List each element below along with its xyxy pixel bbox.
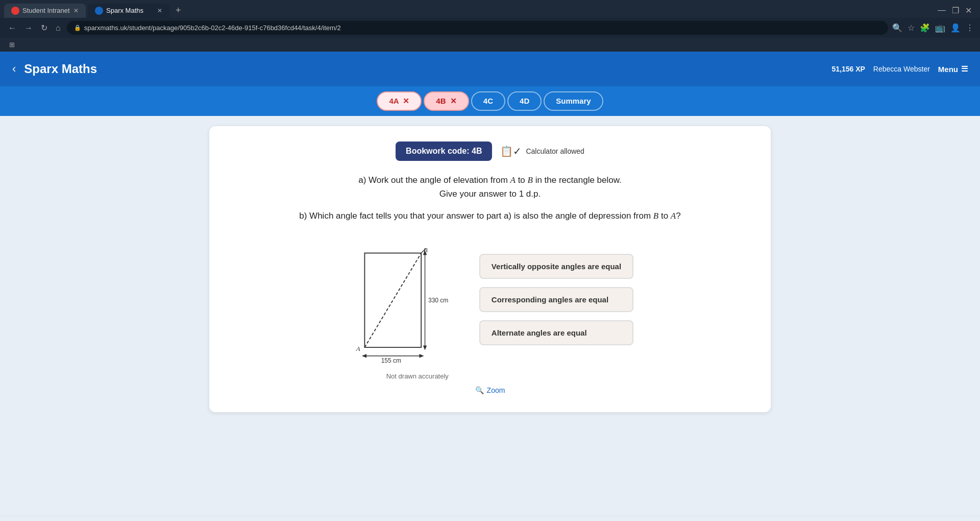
- tab-close-intranet[interactable]: ✕: [74, 7, 79, 14]
- calculator-icon: 📋✓: [500, 145, 522, 157]
- tab-label-sparx: Sparx Maths: [106, 7, 143, 14]
- option-vertically-opposite[interactable]: Vertically opposite angles are equal: [479, 254, 633, 279]
- close-button[interactable]: ✕: [965, 6, 972, 15]
- point-a-var2: A: [671, 211, 676, 221]
- bottom-bar: ‹ Previous 🎬 Watch video Answer: [0, 516, 980, 521]
- tab-favicon-sparx: [95, 7, 103, 15]
- svg-marker-7: [423, 345, 427, 350]
- diagram-svg: B A 330 cm 155 cm: [347, 244, 449, 366]
- cast-icon[interactable]: 📺: [935, 23, 945, 33]
- tab-4d[interactable]: 4D: [507, 91, 542, 111]
- app-header: ‹ Sparx Maths 51,156 XP Rebecca Webster …: [0, 52, 980, 86]
- tab-summary[interactable]: Summary: [544, 91, 603, 111]
- tab-student-intranet[interactable]: Student Intranet ✕: [4, 4, 86, 18]
- address-bar[interactable]: 🔒 sparxmaths.uk/student/package/905b2c6b…: [67, 21, 888, 35]
- search-icon[interactable]: 🔍: [892, 23, 902, 33]
- app-logo: Sparx Maths: [24, 62, 831, 76]
- window-controls: — ❐ ✕: [938, 6, 976, 15]
- bookmark-icon[interactable]: ☆: [908, 23, 915, 33]
- url-text: sparxmaths.uk/student/package/905b2c6b-0…: [84, 24, 341, 32]
- home-button[interactable]: ⌂: [54, 21, 63, 35]
- svg-text:A: A: [356, 345, 360, 352]
- back-nav-button[interactable]: ←: [6, 21, 18, 35]
- answer-options: Vertically opposite angles are equal Cor…: [479, 254, 633, 345]
- calculator-label: Calculator allowed: [526, 147, 584, 155]
- part-a-sub: Give your answer to 1 d.p.: [439, 189, 541, 199]
- option-corresponding[interactable]: Corresponding angles are equal: [479, 287, 633, 312]
- tab-4b[interactable]: 4B ✕: [424, 91, 469, 111]
- apps-button[interactable]: ⊞: [6, 40, 18, 50]
- profile-icon[interactable]: 👤: [950, 23, 961, 33]
- tab-sparx-maths[interactable]: Sparx Maths ✕: [88, 4, 169, 18]
- main-content: Bookwork code: 4B 📋✓ Calculator allowed …: [0, 116, 980, 516]
- username-display: Rebecca Webster: [873, 65, 930, 73]
- task-tab-bar: 4A ✕ 4B ✕ 4C 4D Summary: [0, 86, 980, 116]
- extensions-bar: ⊞: [0, 38, 980, 52]
- browser-toolbar: ← → ↻ ⌂ 🔒 sparxmaths.uk/student/package/…: [0, 18, 980, 38]
- zoom-label: Zoom: [487, 386, 505, 394]
- diagram-area: B A 330 cm 155 cm Not drawn accu: [230, 233, 750, 380]
- browser-chrome: Student Intranet ✕ Sparx Maths ✕ + — ❐ ✕…: [0, 0, 980, 52]
- tab-label-intranet: Student Intranet: [22, 7, 70, 14]
- question-card: Bookwork code: 4B 📋✓ Calculator allowed …: [209, 126, 771, 412]
- zoom-row[interactable]: 🔍 Zoom: [230, 386, 750, 394]
- tab-favicon-intranet: [11, 7, 19, 15]
- reload-button[interactable]: ↻: [39, 21, 50, 35]
- menu-icon: ☰: [961, 64, 968, 74]
- header-right: 51,156 XP Rebecca Webster Menu ☰: [831, 64, 968, 74]
- xp-display: 51,156 XP: [831, 65, 865, 73]
- extensions-icon[interactable]: 🧩: [920, 23, 930, 33]
- part-a-text: a) Work out the angle of elevation from …: [358, 175, 622, 185]
- tab-4c[interactable]: 4C: [471, 91, 505, 111]
- part-b-text: b) Which angle fact tells you that your …: [299, 211, 680, 221]
- zoom-icon: 🔍: [475, 386, 484, 394]
- tab-close-sparx[interactable]: ✕: [157, 7, 162, 14]
- option-alternate[interactable]: Alternate angles are equal: [479, 320, 633, 345]
- tab-4a[interactable]: 4A ✕: [377, 91, 422, 111]
- bookwork-badge: Bookwork code: 4B: [396, 141, 492, 161]
- maximize-button[interactable]: ❐: [952, 6, 959, 15]
- back-button[interactable]: ‹: [12, 62, 16, 76]
- browser-title-bar: Student Intranet ✕ Sparx Maths ✕ + — ❐ ✕: [0, 0, 980, 18]
- browser-toolbar-icons: 🔍 ☆ 🧩 📺 👤 ⋮: [892, 23, 974, 33]
- forward-nav-button[interactable]: →: [22, 21, 35, 35]
- point-b-var: B: [528, 175, 533, 185]
- point-b-var2: B: [653, 211, 658, 221]
- rectangle-diagram: B A 330 cm 155 cm Not drawn accu: [347, 244, 449, 380]
- question-part-a: a) Work out the angle of elevation from …: [230, 173, 750, 201]
- svg-text:330 cm: 330 cm: [428, 297, 448, 304]
- svg-marker-10: [362, 354, 366, 358]
- menu-label: Menu: [938, 65, 958, 74]
- question-part-b: b) Which angle fact tells you that your …: [230, 209, 750, 223]
- new-tab-button[interactable]: +: [172, 3, 185, 18]
- svg-text:155 cm: 155 cm: [381, 357, 401, 364]
- calculator-badge: 📋✓ Calculator allowed: [500, 145, 584, 157]
- menu-button[interactable]: Menu ☰: [938, 64, 968, 74]
- point-a-var: A: [510, 175, 516, 185]
- minimize-button[interactable]: —: [938, 6, 946, 15]
- bookwork-row: Bookwork code: 4B 📋✓ Calculator allowed: [230, 141, 750, 161]
- more-options-icon[interactable]: ⋮: [966, 23, 974, 33]
- security-icon: 🔒: [74, 25, 81, 31]
- svg-marker-11: [419, 354, 424, 358]
- not-drawn-label: Not drawn accurately: [347, 372, 449, 380]
